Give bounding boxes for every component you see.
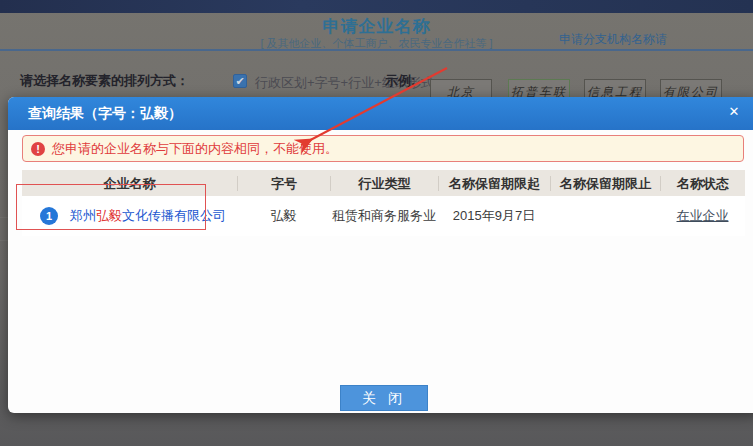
top-navy-bar (0, 0, 753, 13)
brand-cell: 弘毅 (237, 207, 330, 225)
branch-name-link[interactable]: 申请分支机构名称请 (559, 31, 753, 48)
col-reserve-start: 名称保留期限起 (438, 176, 550, 191)
dialog-title: 查询结果（字号：弘毅） (28, 105, 182, 123)
industry-cell: 租赁和商务服务业 (330, 207, 438, 225)
close-button[interactable]: 关 闭 (340, 385, 428, 411)
arrange-mode-label: 请选择名称要素的排列方式： (20, 72, 189, 90)
status-link[interactable]: 在业企业 (677, 208, 729, 223)
col-brand: 字号 (237, 176, 330, 191)
result-table: 企业名称 字号 行业类型 名称保留期限起 名称保留期限止 名称状态 1 郑州弘毅… (22, 170, 745, 236)
table-row: 1 郑州弘毅文化传播有限公司 弘毅 租赁和商务服务业 2015年9月7日 在业企… (22, 196, 745, 236)
company-name-prefix: 郑州 (70, 208, 96, 223)
company-name-cell: 1 郑州弘毅文化传播有限公司 (22, 207, 237, 225)
col-reserve-end: 名称保留期限止 (550, 176, 660, 191)
query-result-dialog: 查询结果（字号：弘毅） ✕ ! 您申请的企业名称与下面的内容相同，不能使用。 企… (8, 97, 753, 413)
close-icon[interactable]: ✕ (726, 104, 742, 120)
col-company-name: 企业名称 (22, 176, 237, 191)
warning-text: 您申请的企业名称与下面的内容相同，不能使用。 (52, 140, 338, 158)
status-cell: 在业企业 (660, 207, 745, 225)
arrange-mode-checkbox[interactable]: ✔ (233, 74, 247, 88)
table-header-row: 企业名称 字号 行业类型 名称保留期限起 名称保留期限止 名称状态 (22, 170, 745, 196)
col-status: 名称状态 (660, 176, 745, 191)
reserve-start-cell: 2015年9月7日 (438, 207, 550, 225)
col-industry: 行业类型 (330, 176, 438, 191)
example-label: 示例: (385, 72, 415, 90)
row-index-badge: 1 (40, 207, 58, 225)
dialog-header: 查询结果（字号：弘毅） ✕ (8, 97, 753, 130)
warning-icon: ! (31, 142, 45, 156)
company-name-link[interactable]: 郑州弘毅文化传播有限公司 (70, 207, 226, 225)
company-name-suffix: 文化传播有限公司 (122, 208, 226, 223)
warning-banner: ! 您申请的企业名称与下面的内容相同，不能使用。 (22, 135, 744, 162)
company-name-highlight: 弘毅 (96, 208, 122, 223)
header-divider (0, 49, 753, 51)
